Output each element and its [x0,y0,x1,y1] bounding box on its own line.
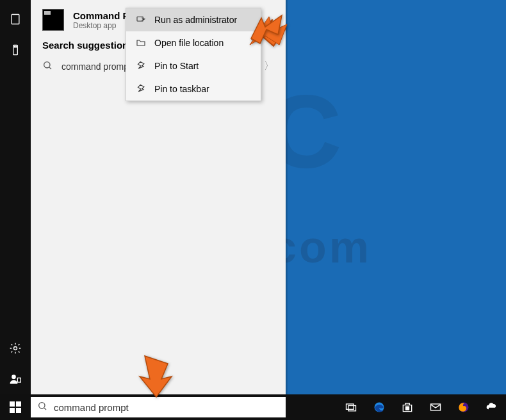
pin-icon [135,61,147,71]
pin-icon [135,84,147,94]
panel-shadow [286,0,288,394]
menu-label: Run as administrator [154,15,237,25]
taskbar [0,394,506,420]
start-button[interactable] [0,394,31,420]
svg-rect-28 [348,406,356,411]
taskbar-search-box[interactable] [31,397,286,417]
svg-rect-34 [431,404,441,410]
suggestion-label: command prompt [61,61,131,72]
rail-device-icon[interactable] [0,35,31,65]
menu-label: Pin to Start [154,61,199,71]
svg-line-26 [44,408,46,410]
svg-rect-31 [407,407,409,408]
chevron-right-icon[interactable]: 〉 [264,60,274,73]
menu-pin-to-taskbar[interactable]: Pin to taskbar [126,77,261,101]
search-input[interactable] [54,402,279,413]
mail-icon[interactable] [421,394,450,420]
search-icon [42,60,53,72]
svg-rect-33 [407,408,409,410]
onedrive-icon[interactable] [478,394,506,420]
task-view-icon[interactable] [337,394,365,420]
svg-rect-16 [137,17,143,21]
svg-rect-7 [12,15,19,24]
context-menu: Run as administrator Open file location … [126,8,261,101]
svg-rect-30 [406,407,407,408]
svg-rect-24 [16,408,21,413]
svg-rect-27 [347,404,354,409]
start-rail [0,0,31,394]
svg-point-11 [14,347,17,350]
svg-rect-32 [406,408,407,410]
svg-rect-22 [16,401,21,407]
svg-rect-10 [14,46,16,47]
settings-icon[interactable] [0,333,31,364]
search-icon [37,401,47,414]
menu-pin-to-start[interactable]: Pin to Start [126,54,261,77]
svg-point-12 [12,375,16,379]
svg-rect-21 [10,401,15,407]
menu-run-as-admin[interactable]: Run as administrator [126,8,261,31]
rail-tablet-icon[interactable] [0,4,31,35]
firefox-icon[interactable] [450,394,478,420]
svg-line-15 [49,67,51,69]
command-prompt-icon [42,9,64,31]
taskbar-tray [337,394,506,420]
folder-icon [135,38,147,48]
menu-label: Open file location [154,38,224,48]
svg-rect-23 [10,408,15,413]
menu-label: Pin to taskbar [154,84,209,94]
svg-point-25 [39,403,45,408]
store-icon[interactable] [393,394,421,420]
admin-icon [135,15,147,25]
svg-point-14 [44,62,50,68]
edge-icon[interactable] [365,394,393,420]
menu-open-file-location[interactable]: Open file location [126,31,261,54]
svg-rect-13 [17,378,20,382]
account-icon[interactable] [0,364,31,394]
